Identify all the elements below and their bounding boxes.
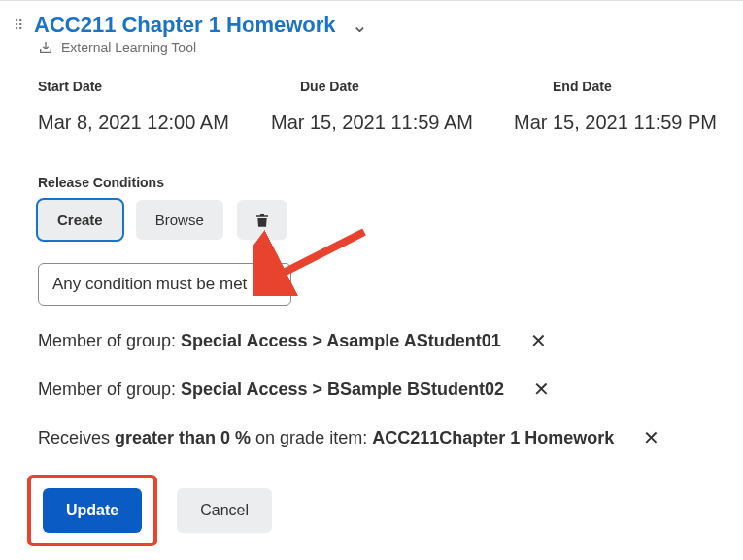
start-date-value: Mar 8, 2021 12:00 AM [38, 112, 242, 134]
subtype-label: External Learning Tool [61, 40, 196, 55]
release-conditions-toolbar: Create Browse [38, 200, 735, 240]
update-button[interactable]: Update [43, 488, 142, 533]
activity-details-panel: ⠿ ACC211 Chapter 1 Homework ⌄ External L… [0, 0, 743, 560]
end-date-label: End Date [553, 79, 612, 94]
condition-text: Receives greater than 0 % on grade item:… [38, 428, 614, 448]
subtype-row: External Learning Tool [38, 40, 735, 55]
start-date-label: Start Date [38, 79, 242, 94]
header-row: ⠿ ACC211 Chapter 1 Homework ⌄ [14, 13, 735, 38]
footer-actions: Update Cancel [27, 475, 735, 546]
chevron-down-icon[interactable]: ⌄ [352, 14, 368, 37]
condition-text: Member of group: Special Access > BSampl… [38, 379, 504, 400]
dates-values-row: Mar 8, 2021 12:00 AM Mar 15, 2021 11:59 … [38, 112, 735, 134]
condition-match-dropdown[interactable]: Any condition must be met ⌄ [38, 263, 291, 306]
condition-row: Receives greater than 0 % on grade item:… [38, 426, 735, 449]
trash-icon [254, 212, 270, 229]
conditions-list: Member of group: Special Access > Asampl… [38, 329, 735, 449]
due-date-value: Mar 15, 2021 11:59 AM [271, 112, 485, 134]
delete-button[interactable] [237, 200, 287, 240]
update-highlight-box: Update [27, 475, 157, 546]
remove-condition-icon[interactable]: ✕ [530, 329, 547, 352]
remove-condition-icon[interactable]: ✕ [643, 426, 659, 449]
chevron-down-icon: ⌄ [262, 274, 277, 295]
external-tool-icon [38, 40, 53, 55]
condition-text: Member of group: Special Access > Asampl… [38, 331, 501, 351]
drag-handle-icon[interactable]: ⠿ [14, 20, 24, 30]
end-date-value: Mar 15, 2021 11:59 PM [514, 112, 717, 134]
browse-button[interactable]: Browse [136, 200, 223, 240]
condition-row: Member of group: Special Access > BSampl… [38, 378, 735, 401]
cancel-button[interactable]: Cancel [177, 488, 272, 533]
create-button[interactable]: Create [38, 200, 122, 240]
condition-row: Member of group: Special Access > Asampl… [38, 329, 735, 352]
remove-condition-icon[interactable]: ✕ [533, 378, 550, 401]
release-conditions-label: Release Conditions [38, 175, 735, 190]
due-date-label: Due Date [300, 79, 494, 94]
page-title[interactable]: ACC211 Chapter 1 Homework [34, 13, 336, 38]
dropdown-value: Any condition must be met [52, 275, 247, 294]
dates-header-row: Start Date Due Date End Date [38, 79, 735, 94]
